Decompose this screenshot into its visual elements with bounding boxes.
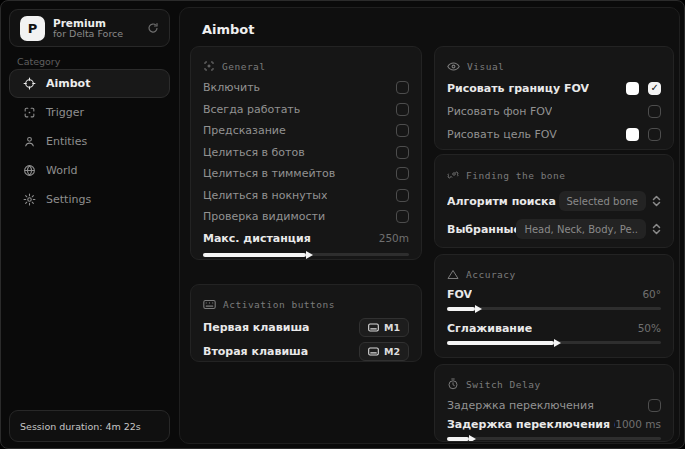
keyboard-icon xyxy=(368,347,379,356)
slider-label: Макс. дистанция xyxy=(203,232,311,245)
slider-fill[interactable] xyxy=(447,437,469,441)
card-general: General Включить Всегда работать Предска… xyxy=(190,46,422,260)
checkbox-prediction[interactable] xyxy=(396,124,409,137)
checkbox-enable[interactable] xyxy=(396,81,409,94)
keybind-button-secondary[interactable]: M2 xyxy=(359,342,409,361)
card-title: Switch Delay xyxy=(466,379,541,390)
max-distance-slider[interactable] xyxy=(203,253,409,256)
toggle-label: Включить xyxy=(203,81,260,94)
toggle-label: Целиться в нокнутых xyxy=(203,189,327,202)
card-activation-buttons: Activation buttons Первая клавиша M1 Вто… xyxy=(190,284,422,362)
crosshair-icon xyxy=(22,77,36,90)
slider-label: Сглаживание xyxy=(447,322,532,335)
checkbox-visibility-check[interactable] xyxy=(396,210,409,223)
sidebar-nav: Aimbot Trigger Entities xyxy=(9,69,170,214)
sidebar-item-aimbot[interactable]: Aimbot xyxy=(9,69,170,98)
sidebar-item-label: Trigger xyxy=(46,106,84,119)
person-icon xyxy=(22,135,36,148)
card-title: Activation buttons xyxy=(223,299,335,310)
card-finding-bone: Finding the bone Алгоритм поиска кост Se… xyxy=(434,154,674,248)
keybind-label: Первая клавиша xyxy=(203,321,310,334)
slider-value: 60° xyxy=(642,288,661,300)
unfold-icon[interactable] xyxy=(652,223,661,235)
toggle-label: Рисовать фон FOV xyxy=(447,105,552,118)
sidebar-item-settings[interactable]: Settings xyxy=(9,185,170,214)
keybind-value: M2 xyxy=(384,346,400,357)
card-title: General xyxy=(222,61,266,72)
sidebar-item-label: World xyxy=(46,164,78,177)
checkbox-draw-fov-target[interactable] xyxy=(648,128,661,141)
sidebar-item-world[interactable]: World xyxy=(9,156,170,185)
checkbox-target-teammates[interactable] xyxy=(396,167,409,180)
unfold-icon[interactable] xyxy=(652,195,661,207)
toggle-label: Целиться в тиммейтов xyxy=(203,167,335,180)
checkbox-always-on[interactable] xyxy=(396,103,409,116)
bone-algorithm-select[interactable]: Selected bone xyxy=(559,191,646,211)
slider-fill[interactable] xyxy=(203,253,306,257)
brand-name: Premium xyxy=(53,17,139,29)
card-accuracy: Accuracy FOV 60° Сглаживание 50% xyxy=(434,254,674,358)
stopwatch-icon xyxy=(447,378,459,390)
slider-value: 250m xyxy=(379,232,409,244)
keyboard-icon xyxy=(203,299,216,310)
sidebar-item-label: Settings xyxy=(46,193,91,206)
toggle-label: Задержка переключения xyxy=(447,399,594,412)
toggle-label: Целиться в ботов xyxy=(203,146,305,159)
sidebar-item-label: Entities xyxy=(46,135,87,148)
brand-card[interactable]: P Premium for Delta Force xyxy=(9,9,170,47)
gear-icon xyxy=(22,193,36,206)
keybind-value: M1 xyxy=(384,322,400,333)
card-title: Finding the bone xyxy=(466,170,566,181)
smoothing-slider[interactable] xyxy=(447,341,661,344)
checkbox-switch-delay[interactable] xyxy=(648,399,661,412)
eye-icon xyxy=(447,61,460,72)
sidebar: P Premium for Delta Force Category Aimbo… xyxy=(1,1,179,449)
category-label: Category xyxy=(17,56,60,67)
main-panel: Aimbot General Включить Всегда работать … xyxy=(179,7,680,444)
color-swatch[interactable] xyxy=(626,82,639,95)
fov-slider[interactable] xyxy=(447,307,661,310)
toggle-label: Проверка видимости xyxy=(203,210,325,223)
checkbox-draw-fov-border[interactable] xyxy=(648,82,661,95)
checkbox-draw-fov-background[interactable] xyxy=(648,105,661,118)
sidebar-item-label: Aimbot xyxy=(46,77,90,90)
sidebar-item-trigger[interactable]: Trigger xyxy=(9,98,170,127)
app-window: P Premium for Delta Force Category Aimbo… xyxy=(0,0,685,449)
keyboard-icon xyxy=(368,323,379,332)
selected-bones-select[interactable]: Head, Neck, Body, Pe.. xyxy=(516,219,646,239)
refresh-icon[interactable] xyxy=(147,22,159,34)
checkbox-target-bots[interactable] xyxy=(396,146,409,159)
slider-value: 1000 ms xyxy=(615,418,661,430)
switch-delay-slider[interactable] xyxy=(447,437,661,440)
slider-fill[interactable] xyxy=(447,307,475,311)
select-label: Алгоритм поиска кост xyxy=(447,195,559,208)
toggle-label: Всегда работать xyxy=(203,103,300,116)
card-switch-delay: Switch Delay Задержка переключения Задер… xyxy=(434,364,674,442)
brand-subtitle: for Delta Force xyxy=(53,29,139,40)
slider-fill[interactable] xyxy=(447,341,554,345)
toggle-label: Рисовать границу FOV xyxy=(447,82,589,95)
toggle-label: Рисовать цель FOV xyxy=(447,128,557,141)
color-swatch[interactable] xyxy=(626,128,639,141)
card-title: Visual xyxy=(467,61,504,72)
sidebar-item-entities[interactable]: Entities xyxy=(9,127,170,156)
slider-value: 50% xyxy=(638,322,661,334)
slider-label: FOV xyxy=(447,288,472,301)
keybind-label: Вторая клавиша xyxy=(203,345,308,358)
page-title: Aimbot xyxy=(202,22,255,37)
bone-icon xyxy=(447,169,459,181)
trigger-scope-icon xyxy=(22,106,36,119)
triangle-icon xyxy=(447,269,459,280)
card-visual: Visual Рисовать границу FOV Рисовать фон… xyxy=(434,46,674,150)
brand-logo: P xyxy=(20,16,45,41)
session-duration-text: Session duration: 4m 22s xyxy=(20,421,141,432)
scan-icon xyxy=(203,60,215,72)
keybind-button-primary[interactable]: M1 xyxy=(359,318,409,337)
globe-icon xyxy=(22,164,36,177)
card-title: Accuracy xyxy=(466,269,516,280)
toggle-label: Предсказание xyxy=(203,124,286,137)
slider-label: Задержка переключения (мс) xyxy=(447,418,615,431)
checkbox-target-knocked[interactable] xyxy=(396,189,409,202)
select-label: Выбранные кос xyxy=(447,223,516,236)
session-duration: Session duration: 4m 22s xyxy=(9,410,170,442)
